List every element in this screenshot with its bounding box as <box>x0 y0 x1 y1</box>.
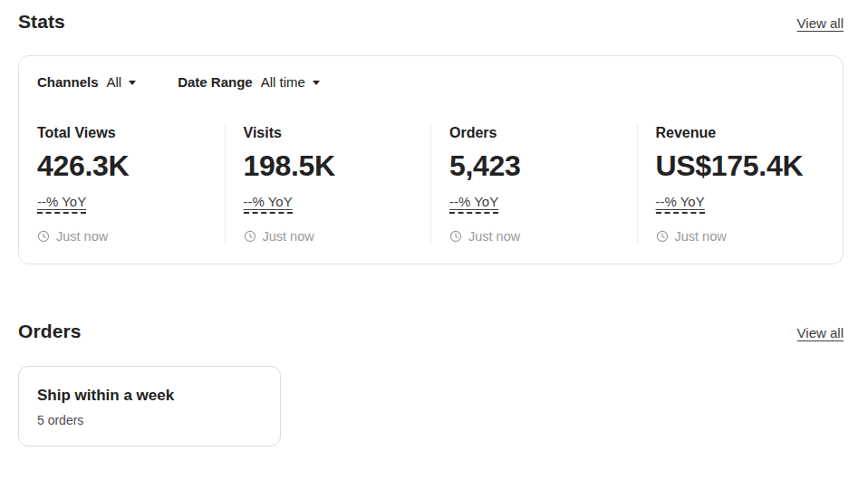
chevron-down-icon <box>313 81 320 85</box>
channels-dropdown-value: All <box>107 74 122 90</box>
channels-dropdown[interactable]: All <box>107 74 137 90</box>
orders-ship-within-week-card[interactable]: Ship within a week 5 orders <box>18 366 281 446</box>
date-range-dropdown[interactable]: All time <box>261 74 320 90</box>
stats-filter-row: Channels All Date Range All time <box>19 56 843 90</box>
metric-value: 198.5K <box>244 149 422 183</box>
metric-updated-label: Just now <box>675 229 727 244</box>
metric-label: Visits <box>244 125 422 141</box>
stats-card: Channels All Date Range All time Total V… <box>18 55 844 264</box>
clock-icon <box>37 230 50 243</box>
metric-revenue: Revenue US$175.4K --% YoY Just now <box>637 123 844 244</box>
channels-filter: Channels All <box>37 74 136 90</box>
metric-label: Orders <box>449 125 628 141</box>
metric-total-views: Total Views 426.3K --% YoY Just now <box>19 123 225 244</box>
metric-value: 426.3K <box>37 149 216 183</box>
stats-section-header: Stats View all <box>18 11 844 33</box>
metric-yoy-wrap: --% YoY <box>449 194 628 214</box>
orders-section-title: Orders <box>18 321 81 342</box>
stats-metrics-row: Total Views 426.3K --% YoY Just now Visi… <box>19 123 843 264</box>
metric-orders: Orders 5,423 --% YoY Just now <box>430 123 637 244</box>
metric-updated-label: Just now <box>56 229 108 244</box>
clock-icon <box>449 230 462 243</box>
metric-yoy-wrap: --% YoY <box>244 194 422 214</box>
metric-updated: Just now <box>37 229 216 244</box>
metric-yoy-tooltip-trigger[interactable]: --% YoY <box>449 194 498 214</box>
channels-filter-label: Channels <box>37 74 99 90</box>
metric-yoy-wrap: --% YoY <box>656 194 834 214</box>
metric-updated-label: Just now <box>468 229 520 244</box>
metric-yoy-tooltip-trigger[interactable]: --% YoY <box>656 194 705 214</box>
stats-view-all-link[interactable]: View all <box>797 15 844 31</box>
metric-visits: Visits 198.5K --% YoY Just now <box>225 123 431 244</box>
order-card-title: Ship within a week <box>37 387 262 405</box>
chevron-down-icon <box>129 81 136 85</box>
date-range-dropdown-value: All time <box>261 74 305 90</box>
metric-label: Total Views <box>37 125 216 141</box>
metric-yoy-tooltip-trigger[interactable]: --% YoY <box>37 194 86 214</box>
metric-yoy-wrap: --% YoY <box>37 194 216 214</box>
orders-view-all-link[interactable]: View all <box>797 325 844 340</box>
metric-label: Revenue <box>656 125 834 141</box>
metric-updated: Just now <box>449 229 628 244</box>
order-card-subtitle: 5 orders <box>37 413 262 427</box>
metric-updated-label: Just now <box>263 229 314 244</box>
dashboard-page: Stats View all Channels All Date Range A… <box>0 0 868 446</box>
clock-icon <box>244 230 256 243</box>
metric-value: 5,423 <box>449 149 628 183</box>
stats-section-title: Stats <box>18 11 65 33</box>
orders-section-header: Orders View all <box>18 321 844 342</box>
clock-icon <box>656 230 669 243</box>
date-range-filter: Date Range All time <box>178 74 320 90</box>
metric-yoy-tooltip-trigger[interactable]: --% YoY <box>244 194 293 214</box>
metric-updated: Just now <box>656 229 834 244</box>
metric-value: US$175.4K <box>656 149 834 183</box>
metric-updated: Just now <box>244 229 422 244</box>
date-range-filter-label: Date Range <box>178 74 253 90</box>
